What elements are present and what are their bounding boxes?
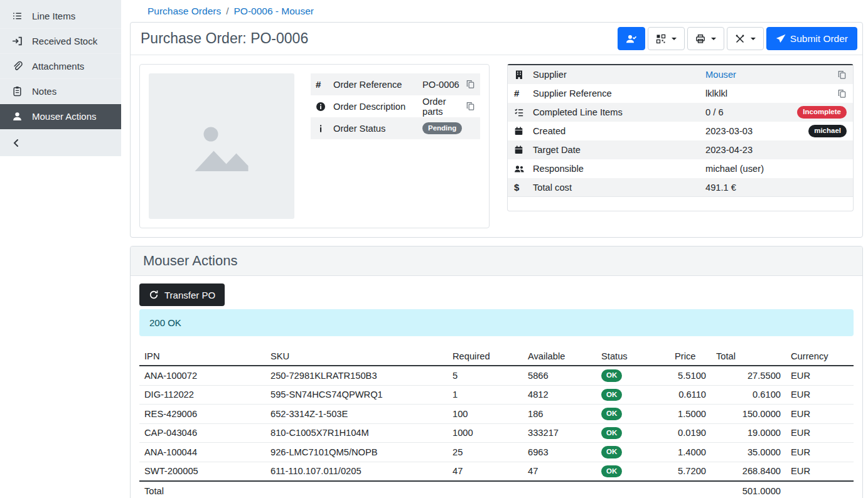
detail-label: Supplier Reference: [533, 88, 705, 98]
order-actions-button[interactable]: [727, 27, 764, 50]
submit-order-button[interactable]: Submit Order: [766, 27, 857, 50]
breadcrumb-link-po-0006[interactable]: PO-0006 - Mouser: [233, 6, 314, 17]
sidebar-item-label: Line Items: [32, 11, 75, 21]
footer-spacer: [265, 481, 711, 498]
dollar-icon: $: [514, 183, 533, 193]
footer-total-value: 501.0000: [711, 481, 786, 498]
print-actions-button[interactable]: [687, 27, 724, 50]
detail-label: Total cost: [533, 183, 705, 193]
cell-price: 1.4000: [670, 443, 711, 462]
info-icon: [316, 124, 333, 134]
mouser-actions-body: Transfer PO 200 OK IPN SKU Required Avai…: [131, 276, 862, 498]
building-icon: [514, 70, 533, 80]
list-check-icon: [514, 107, 533, 117]
transfer-po-button[interactable]: Transfer PO: [139, 283, 225, 306]
sidebar-collapse-button[interactable]: [0, 129, 121, 156]
detail-label: Target Date: [533, 145, 705, 155]
column-header-status: Status: [596, 349, 670, 366]
sidebar-item-line-items[interactable]: Line Items: [0, 4, 121, 29]
refresh-icon: [149, 290, 159, 300]
purchase-order-card: Purchase Order: PO-0006: [130, 22, 863, 238]
purchase-order-header: Purchase Order: PO-0006: [131, 23, 862, 55]
sidebar-item-mouser-actions[interactable]: Mouser Actions: [0, 104, 121, 129]
copy-button[interactable]: [837, 89, 847, 98]
hash-icon: #: [316, 80, 333, 90]
cell-ipn: ANA-100072: [139, 366, 265, 385]
column-header-available: Available: [523, 349, 596, 366]
table-row: ANA-100044 926-LMC7101QM5/NOPB 25 6963 O…: [139, 443, 854, 462]
supplier-details-panel: Supplier Mouser # Supplier Refere: [507, 64, 854, 211]
copy-button[interactable]: [466, 80, 475, 89]
cell-sku: 611-110.107.011/0205: [265, 462, 447, 481]
cell-sku: 652-3314Z-1-503E: [265, 405, 447, 424]
cell-status: OK: [596, 405, 670, 424]
cell-currency: EUR: [786, 462, 854, 481]
printer-icon: [695, 34, 705, 44]
transfer-po-label: Transfer PO: [164, 290, 215, 300]
ok-badge: OK: [601, 465, 622, 478]
cell-available: 4812: [523, 385, 596, 405]
cell-status: OK: [596, 385, 670, 405]
breadcrumb: Purchase Orders / PO-0006 - Mouser: [130, 0, 863, 22]
detail-label: Order Description: [333, 102, 422, 112]
cell-available: 47: [523, 462, 596, 481]
cell-currency: EUR: [786, 385, 854, 405]
sidebar-item-received-stock[interactable]: Received Stock: [0, 29, 121, 54]
mouser-actions-title: Mouser Actions: [143, 252, 850, 270]
order-info-panel: # Order Reference PO-0006 Or: [139, 64, 490, 228]
order-info-table: # Order Reference PO-0006 Or: [311, 73, 480, 219]
ok-badge: OK: [601, 427, 622, 440]
cell-total: 19.0000: [711, 423, 786, 443]
cell-required: 5: [447, 366, 523, 385]
main-content: Purchase Orders / PO-0006 - Mouser Purch…: [130, 0, 863, 498]
cell-sku: 250-72981KLRATR150B3: [265, 366, 447, 385]
user-badge: michael: [808, 125, 847, 137]
responsible-row: Responsible michael (user): [508, 159, 853, 178]
mouser-actions-header: Mouser Actions: [131, 246, 862, 276]
detail-value: Order parts: [422, 97, 466, 117]
assign-user-button[interactable]: [618, 27, 645, 50]
incomplete-badge: Incomplete: [797, 106, 847, 119]
header-actions: Submit Order: [618, 27, 857, 50]
cell-currency: EUR: [786, 366, 854, 385]
page-title: Purchase Order: PO-0006: [141, 29, 308, 48]
supplier-link[interactable]: Mouser: [705, 70, 736, 80]
detail-label: Order Status: [333, 124, 422, 134]
order-details-section: # Order Reference PO-0006 Or: [131, 55, 862, 237]
copy-icon: [466, 102, 475, 111]
copy-button[interactable]: [837, 70, 847, 80]
cell-price: 0.0190: [670, 423, 711, 443]
caret-down-icon: [751, 38, 756, 40]
sidebar-item-attachments[interactable]: Attachments: [0, 54, 121, 79]
cell-required: 1: [447, 385, 523, 405]
target-date-row: Target Date 2023-04-23: [508, 140, 853, 159]
column-header-ipn: IPN: [139, 349, 265, 366]
total-cost-row: $ Total cost 491.1 €: [508, 178, 853, 197]
breadcrumb-link-purchase-orders[interactable]: Purchase Orders: [147, 6, 221, 17]
table-row: DIG-112022 595-SN74HCS74QPWRQ1 1 4812 OK…: [139, 385, 854, 405]
cell-ipn: CAP-043046: [139, 423, 265, 443]
detail-label: Supplier: [533, 70, 705, 80]
qr-code-icon: [656, 34, 666, 44]
sidebar-item-label: Attachments: [32, 61, 84, 72]
sidebar-item-notes[interactable]: Notes: [0, 79, 121, 104]
column-header-required: Required: [447, 349, 523, 366]
detail-label: Created: [533, 126, 705, 136]
detail-value: michael (user): [705, 164, 847, 174]
cell-required: 100: [447, 405, 523, 424]
barcode-actions-button[interactable]: [648, 27, 685, 50]
list-icon: [11, 11, 23, 21]
notes-icon: [11, 86, 23, 97]
users-icon: [514, 164, 533, 174]
ok-badge: OK: [601, 446, 622, 458]
sign-in-icon: [11, 36, 23, 46]
parts-table: IPN SKU Required Available Status Price …: [139, 349, 854, 498]
hash-icon: #: [514, 88, 533, 98]
cell-ipn: RES-429006: [139, 405, 265, 424]
order-image-placeholder[interactable]: [149, 73, 294, 219]
cell-price: 5.7200: [670, 462, 711, 481]
sidebar: Line Items Received Stock Attachments No…: [0, 0, 121, 156]
submit-order-label: Submit Order: [790, 33, 848, 45]
copy-button[interactable]: [466, 102, 475, 111]
footer-total-label: Total: [139, 481, 265, 498]
